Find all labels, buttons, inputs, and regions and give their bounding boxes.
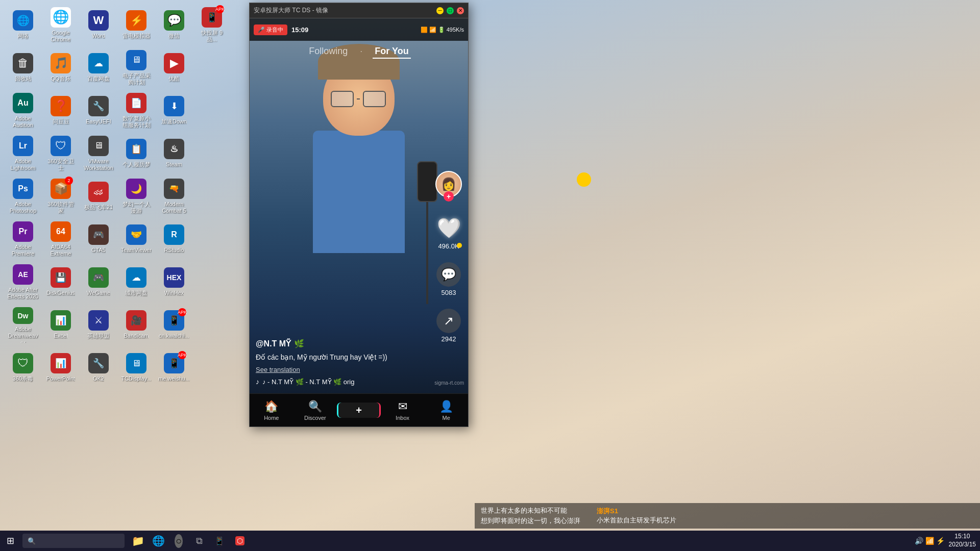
- extra-taskbar-icon: ⬡: [235, 536, 244, 545]
- share-count: 2942: [442, 335, 456, 343]
- taskbar-search[interactable]: 🔍: [22, 534, 125, 548]
- nav-inbox[interactable]: ✉ Inbox: [381, 400, 425, 421]
- desktop-icon-huishouz[interactable]: 🗑 回收站: [5, 48, 41, 88]
- tray-icons: 🔊 📶 ⚡: [915, 537, 945, 545]
- desktop-icon-adobe-au[interactable]: Au Adobe Audition: [5, 91, 41, 131]
- minimize-button[interactable]: ─: [436, 7, 444, 14]
- taskbar-extra-icon[interactable]: ⬡: [231, 532, 249, 550]
- clock-date: 2020/3/15: [949, 541, 976, 549]
- desktop-icon-gta5[interactable]: 🎮 GTA5: [81, 219, 116, 259]
- desktop-icon-jiadown[interactable]: ⬇ 加速Down: [156, 91, 192, 131]
- icon-label-baidu: 百度网盘: [87, 76, 110, 82]
- desktop-icon-adobe-dw[interactable]: Dw Adobe Dreamweaver: [5, 305, 41, 345]
- desktop-icon-360safe[interactable]: 🛡 360安全卫士: [43, 134, 79, 173]
- username-text: @N.T MỸ: [256, 339, 291, 348]
- icon-label-wangluo: 网络: [17, 33, 29, 39]
- desktop-icon-empty12: [194, 262, 230, 302]
- desktop-icon-meweishu[interactable]: 📱 APK me.weishu...: [156, 348, 192, 388]
- desktop-icon-gerenjl[interactable]: 📋 个人履历梦: [118, 134, 154, 173]
- icon-label-vmware: VMware Workstation: [83, 158, 114, 171]
- desktop-icon-rstudio[interactable]: R RStudio: [156, 219, 192, 259]
- icon-label-adobe-au: Adobe Audition: [7, 115, 39, 129]
- news-text1: 世界上有太多的未知和不可能: [481, 506, 580, 515]
- desktop-icon-steam[interactable]: ♨ Steam: [156, 134, 192, 173]
- desktop-icon-adobe-pr[interactable]: Pr Adobe Premiere: [5, 219, 41, 259]
- icon-label-adobe-lr: Adobe Lightroom: [7, 158, 39, 171]
- nav-home[interactable]: 🏠 Home: [250, 400, 293, 421]
- desktop-icon-wangluo[interactable]: 🌐 网络: [5, 5, 41, 45]
- comment-button[interactable]: 💬 5083: [436, 262, 461, 296]
- music-text: ♪ - N.T MỸ 🌿 - N.T MỸ 🌿 orig: [262, 378, 354, 386]
- desktop-icon-teamviewer[interactable]: 🤝 TeamViewer: [118, 219, 154, 259]
- desktop-icon-electronic[interactable]: 🖥 电子产品采购计划: [118, 48, 154, 88]
- desktop-icon-ok2[interactable]: 🔧 OK2: [81, 348, 116, 388]
- see-translation-button[interactable]: See translation: [256, 366, 427, 373]
- desktop-icon-word[interactable]: W Word: [81, 5, 116, 45]
- desktop-icon-winhex[interactable]: HEX WinHex: [156, 262, 192, 302]
- desktop-icon-360sha[interactable]: 🛡 360杀毒: [5, 348, 41, 388]
- desktop-icon-mengxing[interactable]: 🌙 梦幻一个人漫游: [118, 177, 154, 216]
- desktop-icon-easyuefi[interactable]: 🔧 EasyUEFI: [81, 91, 116, 131]
- icon-label-adobe-dw: Adobe Dreamweaver: [7, 326, 39, 343]
- icon-label-chrome: GoogleChrome: [51, 30, 70, 43]
- desktop-icon-chrome[interactable]: 🌐 GoogleChrome: [43, 5, 79, 45]
- desktop-icon-modern-combat[interactable]: 🔫 Modern Combat 5: [156, 177, 192, 216]
- desktop-icon-adobe-lr[interactable]: Lr Adobe Lightroom: [5, 134, 41, 173]
- desktop-icon-empty10: [194, 219, 230, 259]
- desktop-icon-aida64[interactable]: 64 AIDA64 Extreme: [43, 219, 79, 259]
- desktop-icon-leidian[interactable]: ⚡ 雷电模拟器: [118, 5, 154, 45]
- desktop-icon-wechat[interactable]: 💬 微信: [156, 5, 192, 45]
- icon-label-mengxing: 梦幻一个人漫游: [120, 201, 152, 214]
- bottom-nav: 🏠 Home 🔍 Discover + ✉ Inbox 👤: [250, 393, 468, 427]
- desktop-icon-ppt[interactable]: 📊 PowerPoint: [43, 348, 79, 388]
- desktop: 🌐 网络 🌐 GoogleChrome W Word ⚡ 雷电模拟器 💬 微信 …: [0, 0, 980, 551]
- desktop-icon-adobe-ps[interactable]: Ps Adobe Photoshop: [5, 177, 41, 216]
- desktop-icon-jijian[interactable]: 🏎 极品飞车21: [81, 177, 116, 216]
- icon-label-steam: Steam: [166, 161, 182, 168]
- desktop-icon-bandicam[interactable]: 🎥 Bandicam: [118, 305, 154, 345]
- desktop-icon-kuaipingtou[interactable]: 📱 APK 快投屏 9品...: [194, 5, 230, 45]
- tab-following[interactable]: Following: [307, 45, 350, 59]
- status-bar: 🎤 录音中 15:09 🟧 📶 🔋 495K/s: [250, 18, 468, 41]
- status-icons: 🟧 📶 🔋 495K/s: [421, 27, 464, 33]
- desktop-icon-youku[interactable]: ▶ 优酷: [156, 48, 192, 88]
- desktop-icon-qqmusic[interactable]: 🎵 QQ音乐: [43, 48, 79, 88]
- nav-me[interactable]: 👤 Me: [424, 400, 468, 421]
- desktop-icon-diskgenius[interactable]: 💾 DiskGenius: [43, 262, 79, 302]
- desktop-icon-lol[interactable]: ⚔ 英雄联盟: [81, 305, 116, 345]
- desktop-icon-chengshiwl[interactable]: ☁ 城市网盘: [118, 262, 154, 302]
- desktop-icon-baidu[interactable]: ☁ 百度网盘: [81, 48, 116, 88]
- inbox-label: Inbox: [396, 415, 409, 421]
- desktop-icon-cnkwaichi[interactable]: 📱 APK cn.kwaichi...: [156, 305, 192, 345]
- file-explorer-icon: 📁: [132, 535, 144, 547]
- tab-for-you[interactable]: For You: [373, 45, 410, 59]
- system-clock: 15:10 2020/3/15: [949, 533, 976, 548]
- close-button[interactable]: ✕: [457, 7, 464, 14]
- desktop-icon-adobe-ae[interactable]: AE Adobe After Effects 2020: [5, 262, 41, 302]
- music-info: ♪ ♪ - N.T MỸ 🌿 - N.T MỸ 🌿 orig: [256, 378, 427, 386]
- icon-label-electronic: 电子产品采购计划: [120, 72, 152, 86]
- comment-count: 5083: [442, 289, 456, 296]
- maximize-button[interactable]: □: [447, 7, 454, 14]
- desktop-icon-excel[interactable]: 📊 Excel: [43, 305, 79, 345]
- desktop-icon-vmware[interactable]: 🖥 VMware Workstation: [81, 134, 116, 173]
- taskbar-file-explorer[interactable]: 📁: [129, 532, 147, 550]
- desktop-icon-wegame[interactable]: 🎮 WeGame: [81, 262, 116, 302]
- taskbar-cortana[interactable]: ○: [169, 532, 188, 550]
- icon-label-youku: 优酷: [168, 76, 180, 82]
- desktop-icon-wendoudo[interactable]: ❓ 问豆豆: [43, 91, 79, 131]
- record-button[interactable]: 🎤 录音中: [254, 24, 287, 35]
- nav-add-button[interactable]: +: [337, 403, 381, 418]
- share-button[interactable]: ↗ 2942: [436, 309, 461, 343]
- desktop-icon-360soft[interactable]: 📦 2 360软件管家: [43, 177, 79, 216]
- music-note-icon: ♪: [256, 378, 259, 386]
- nav-discover[interactable]: 🔍 Discover: [293, 400, 337, 421]
- desktop-icon-pdf[interactable]: 📄 数字复原小组服务计划: [118, 91, 154, 131]
- follow-plus-button[interactable]: +: [444, 191, 454, 202]
- start-button[interactable]: ⊞: [0, 531, 20, 551]
- taskbar-edge[interactable]: 🌐: [149, 532, 167, 550]
- app-taskbar-icon: 📱: [214, 536, 225, 546]
- desktop-icon-tcdisplay[interactable]: 🖥 TCDisplay...: [118, 348, 154, 388]
- taskbar-task-view[interactable]: ⧉: [190, 532, 208, 550]
- taskbar-app-window-btn[interactable]: 📱: [210, 532, 229, 550]
